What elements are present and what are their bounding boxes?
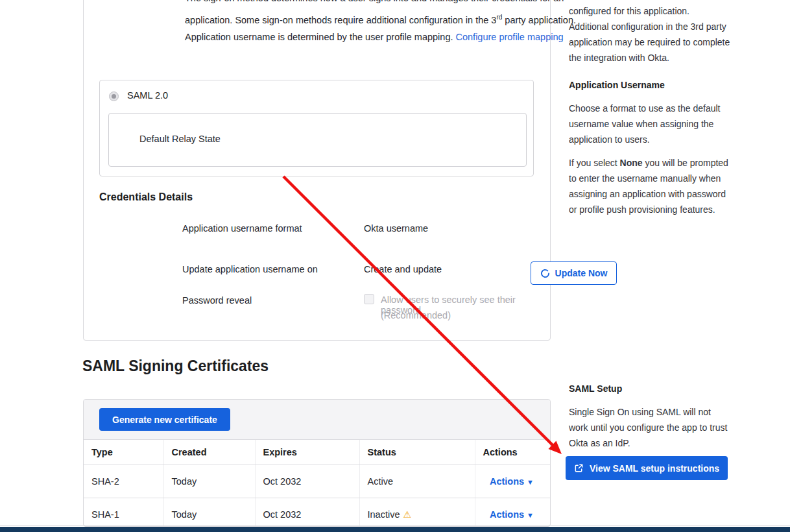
cert-created: Today (163, 465, 255, 498)
sign-on-description-tail: party application. (502, 15, 576, 25)
saml-settings-preview-box: Default Relay State (108, 113, 527, 167)
credentials-details-heading: Credentials Details (99, 191, 193, 203)
viewport-bottom-divider (0, 525, 790, 526)
table-row: SHA-1 Today Oct 2032 Inactive⚠ Actions ▼ (84, 498, 551, 527)
update-username-on-label: Update application username on (182, 264, 318, 274)
cert-type: SHA-1 (84, 498, 163, 527)
actions-label: Actions (490, 509, 524, 520)
saml-setup-heading: SAML Setup (569, 383, 622, 394)
sign-on-description: The sign-on method determines how a user… (185, 0, 605, 30)
saml-setup-button-label: View SAML setup instructions (590, 463, 719, 474)
p2-bold-none: None (620, 158, 643, 168)
cert-status: Inactive (368, 509, 400, 520)
view-saml-setup-instructions-button[interactable]: View SAML setup instructions (566, 456, 728, 480)
actions-dropdown[interactable]: Actions ▼ (490, 509, 534, 520)
saml-radio-button[interactable] (109, 91, 119, 101)
update-username-on-value: Create and update (364, 264, 442, 274)
cert-expires: Oct 2032 (255, 498, 359, 527)
p2-text: If you select (569, 158, 620, 168)
column-header-status: Status (359, 440, 475, 465)
username-format-value: Okta username (364, 223, 428, 234)
cert-expires: Oct 2032 (255, 465, 359, 498)
table-row: SHA-2 Today Oct 2032 Active Actions ▼ (84, 465, 551, 498)
cert-created: Today (163, 498, 255, 527)
actions-label: Actions (490, 476, 524, 487)
cert-status: Active (359, 465, 475, 498)
application-username-p1: Choose a format to use as the default us… (569, 101, 731, 147)
configure-profile-mapping-link[interactable]: Configure profile mapping (456, 32, 564, 42)
saml-signing-certificates-heading: SAML Signing Certificates (82, 357, 269, 375)
sidebar-intro-text: configured for this application. Additio… (569, 3, 731, 66)
column-header-actions: Actions (475, 440, 551, 465)
password-reveal-label: Password reveal (182, 295, 252, 306)
saml-radio-label: SAML 2.0 (127, 90, 168, 101)
sign-on-methods-card: The sign-on method determines how a user… (83, 0, 551, 341)
profile-mapping-line: Application username is determined by th… (185, 27, 613, 47)
external-link-icon (574, 463, 584, 473)
browser-bottom-bar (0, 527, 790, 532)
page: The sign-on method determines how a user… (0, 0, 790, 532)
password-reveal-checkbox[interactable] (364, 294, 374, 304)
ordinal-superscript: rd (496, 14, 502, 21)
update-now-label: Update Now (555, 268, 608, 278)
saml-method-box: SAML 2.0 Default Relay State (99, 80, 534, 176)
profile-mapping-text: Application username is determined by th… (185, 32, 456, 42)
generate-new-certificate-button[interactable]: Generate new certificate (99, 408, 230, 431)
cert-type: SHA-2 (84, 465, 163, 498)
column-header-expires: Expires (255, 440, 359, 465)
application-username-heading: Application Username (569, 80, 665, 90)
password-reveal-recommended-text: (Recommended) (381, 310, 451, 320)
chevron-down-icon: ▼ (527, 511, 534, 519)
chevron-down-icon: ▼ (527, 478, 534, 486)
certificates-card: Generate new certificate Type Created Ex… (83, 399, 551, 527)
warning-icon: ⚠ (403, 509, 411, 520)
actions-dropdown[interactable]: Actions ▼ (490, 476, 534, 487)
saml-setup-body: Single Sign On using SAML will not work … (569, 404, 731, 451)
certificates-card-header: Generate new certificate (84, 400, 550, 440)
refresh-icon (540, 269, 550, 278)
username-format-label: Application username format (182, 223, 302, 234)
certificates-table: Type Created Expires Status Actions SHA-… (84, 440, 551, 527)
column-header-type: Type (84, 440, 163, 465)
update-now-button[interactable]: Update Now (531, 261, 617, 285)
default-relay-state-label: Default Relay State (139, 134, 221, 144)
application-username-p2: If you select None you will be prompted … (569, 155, 731, 217)
column-header-created: Created (163, 440, 255, 465)
table-header-row: Type Created Expires Status Actions (84, 440, 551, 465)
